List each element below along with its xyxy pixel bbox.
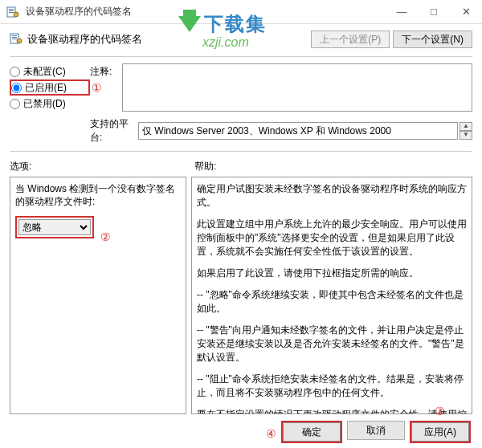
options-pane: 当 Windows 检测到一个没有数字签名的驱动程序文件时: 忽略 ②: [10, 177, 186, 414]
policy-title: 设备驱动程序的代码签名: [27, 32, 311, 47]
stepper-down-icon[interactable]: ▼: [460, 131, 472, 140]
minimize-button[interactable]: —: [386, 0, 418, 24]
svg-point-9: [17, 39, 22, 43]
help-p1: 确定用户试图安装未经数字签名的设备驱动程序时系统的响应方式。: [197, 182, 467, 210]
help-p4: -- "忽略"命令系统继续安装，即使其中包含未经签名的文件也是如此。: [197, 288, 467, 316]
apply-button[interactable]: 应用(A): [411, 422, 469, 442]
ok-highlight: 确定: [281, 421, 342, 443]
svg-rect-8: [12, 39, 17, 39]
svg-rect-2: [9, 10, 14, 11]
action-select[interactable]: 忽略: [18, 219, 91, 235]
help-p3: 如果启用了此设置，请使用下拉框指定所需的响应。: [197, 267, 467, 280]
radio-not-configured-input[interactable]: [10, 67, 20, 77]
help-p6: -- "阻止"命令系统拒绝安装未经签名的文件。结果是，安装将停止，而且将不安装驱…: [197, 373, 467, 400]
radio-not-configured-label: 未配置(C): [23, 65, 66, 79]
platform-label: 支持的平台:: [90, 118, 129, 143]
svg-rect-6: [12, 35, 17, 36]
radio-enabled-label: 已启用(E): [25, 81, 67, 95]
help-pane: 确定用户试图安装未经数字签名的设备驱动程序时系统的响应方式。 此设置建立组中用户…: [191, 177, 472, 414]
header-row: 设备驱动程序的代码签名 上一个设置(P) 下一个设置(N): [10, 31, 472, 48]
comment-label: 注释:: [90, 66, 112, 77]
action-select-wrap: 忽略: [15, 216, 94, 238]
footer: 确定 取消 应用(A): [0, 421, 482, 443]
svg-rect-1: [9, 9, 14, 10]
help-label: 帮助:: [194, 161, 216, 172]
gpedit-icon: [6, 6, 19, 18]
svg-rect-3: [9, 12, 14, 13]
ok-button[interactable]: 确定: [283, 422, 341, 442]
platform-field: [138, 122, 458, 140]
stepper-up-icon[interactable]: ▲: [460, 122, 472, 131]
close-button[interactable]: ✕: [450, 0, 482, 24]
radio-not-configured[interactable]: 未配置(C): [10, 63, 90, 79]
marker-1: ①: [92, 81, 102, 94]
options-label: 选项:: [10, 161, 31, 172]
comment-textarea[interactable]: [122, 63, 472, 112]
help-p2: 此设置建立组中用户系统上允许的最少安全响应。用户可以使用控制面板中的"系统"选择…: [197, 218, 467, 259]
cancel-button[interactable]: 取消: [347, 421, 405, 440]
prev-setting-button[interactable]: 上一个设置(P): [311, 31, 390, 48]
platform-stepper[interactable]: ▲ ▼: [460, 122, 472, 140]
help-p7: 要在不指定设置的情况下更改驱动程序文件的安全性，请使用控制面板中的"系统"。右键…: [197, 408, 467, 414]
svg-point-4: [14, 12, 18, 17]
next-setting-button[interactable]: 下一个设置(N): [393, 31, 472, 48]
policy-icon: [10, 32, 22, 47]
divider: [10, 56, 472, 57]
apply-highlight: 应用(A): [410, 421, 471, 443]
svg-rect-7: [12, 37, 17, 38]
radio-disabled[interactable]: 已禁用(D): [10, 96, 90, 112]
window-controls: — □ ✕: [386, 0, 482, 24]
radio-enabled[interactable]: 已启用(E): [10, 79, 90, 96]
radio-disabled-input[interactable]: [10, 99, 20, 109]
marker-3: ③: [435, 405, 445, 417]
radio-enabled-input[interactable]: [11, 83, 22, 93]
maximize-button[interactable]: □: [418, 0, 450, 24]
title-bar: 设备驱动程序的代码签名 — □ ✕: [0, 0, 482, 24]
options-message: 当 Windows 检测到一个没有数字签名的驱动程序文件时:: [15, 182, 181, 208]
marker-2: ②: [100, 230, 111, 243]
radio-disabled-label: 已禁用(D): [23, 97, 66, 111]
help-p5: -- "警告"向用户通知未经数字签名的文件，并让用户决定是停止安装还是继续安装以…: [197, 324, 467, 365]
divider-2: [10, 151, 472, 152]
window-title: 设备驱动程序的代码签名: [26, 5, 386, 18]
